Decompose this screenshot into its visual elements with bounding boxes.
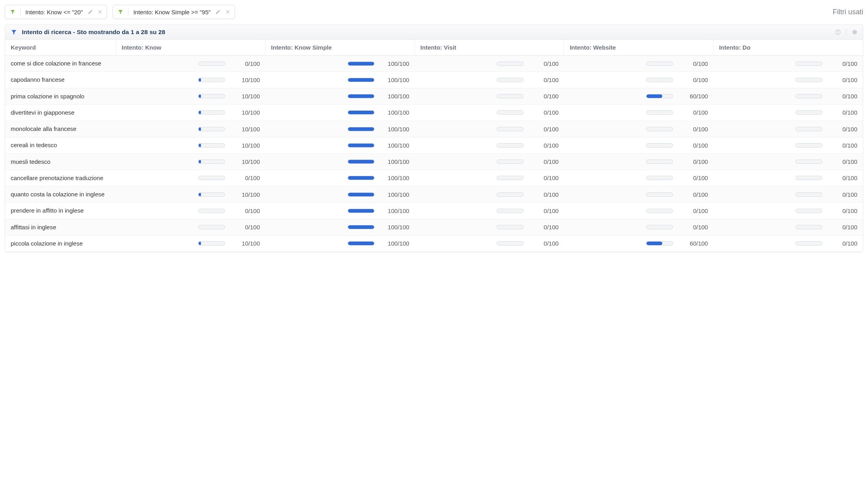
col-do[interactable]: Intento: Do bbox=[713, 40, 863, 55]
metric-cell: 0/100 bbox=[415, 105, 564, 121]
progress-bar bbox=[348, 209, 375, 213]
keyword-cell[interactable]: quanto costa la colazione in inglese bbox=[5, 186, 116, 202]
progress-bar bbox=[348, 61, 375, 66]
progress-bar bbox=[795, 192, 822, 197]
filter-chip[interactable]: Intento: Know Simple >= "95" × bbox=[113, 5, 235, 19]
metric-value: 0/100 bbox=[828, 207, 857, 214]
keyword-cell[interactable]: cereali in tedesco bbox=[5, 137, 116, 153]
metric-value: 100/100 bbox=[380, 175, 409, 181]
col-website[interactable]: Intento: Website bbox=[564, 40, 713, 55]
progress-bar bbox=[497, 127, 524, 131]
metric-value: 100/100 bbox=[380, 126, 409, 132]
metric-cell: 0/100 bbox=[564, 219, 713, 235]
keyword-cell[interactable]: divertitevi in giapponese bbox=[5, 105, 116, 121]
metric-cell: 100/100 bbox=[266, 219, 415, 235]
metric-cell: 0/100 bbox=[415, 236, 564, 252]
metric-cell: 0/100 bbox=[415, 219, 564, 235]
metric-cell: 10/100 bbox=[116, 236, 266, 252]
metric-value: 0/100 bbox=[828, 109, 857, 116]
metric-cell: 0/100 bbox=[713, 72, 863, 88]
metric-value: 0/100 bbox=[679, 77, 708, 83]
keyword-cell[interactable]: capodanno francese bbox=[5, 72, 116, 88]
progress-bar bbox=[646, 176, 673, 180]
metric-cell: 100/100 bbox=[266, 56, 415, 71]
metric-value: 0/100 bbox=[828, 175, 857, 181]
metric-value: 0/100 bbox=[828, 77, 857, 83]
progress-bar bbox=[198, 61, 225, 66]
metric-value: 0/100 bbox=[679, 207, 708, 214]
panel-header: Intento di ricerca - Sto mostrando da 1 … bbox=[5, 25, 863, 40]
metric-cell: 10/100 bbox=[116, 72, 266, 88]
progress-bar bbox=[348, 159, 375, 164]
metric-value: 100/100 bbox=[380, 60, 409, 67]
metric-value: 0/100 bbox=[828, 93, 857, 100]
metric-value: 0/100 bbox=[529, 191, 558, 198]
metric-value: 0/100 bbox=[529, 77, 558, 83]
metric-cell: 0/100 bbox=[564, 121, 713, 137]
keyword-cell[interactable]: piccola colazione in inglese bbox=[5, 236, 116, 252]
progress-bar bbox=[198, 127, 225, 131]
metric-cell: 100/100 bbox=[266, 121, 415, 137]
metric-value: 0/100 bbox=[679, 191, 708, 198]
help-icon[interactable] bbox=[835, 29, 841, 35]
progress-bar bbox=[646, 192, 673, 197]
metric-value: 0/100 bbox=[828, 158, 857, 165]
metric-cell: 0/100 bbox=[564, 203, 713, 219]
keyword-cell[interactable]: muesli tedesco bbox=[5, 154, 116, 170]
metric-cell: 0/100 bbox=[713, 236, 863, 252]
metric-cell: 0/100 bbox=[116, 219, 266, 235]
metric-value: 0/100 bbox=[679, 224, 708, 230]
col-know[interactable]: Intento: Know bbox=[116, 40, 266, 55]
gear-icon[interactable] bbox=[851, 29, 857, 35]
progress-bar bbox=[646, 209, 673, 213]
metric-value: 0/100 bbox=[828, 126, 857, 132]
funnel-icon[interactable] bbox=[11, 29, 17, 35]
metric-cell: 0/100 bbox=[415, 137, 564, 153]
table-row: affittasi in inglese0/100100/1000/1000/1… bbox=[5, 219, 863, 236]
metric-value: 0/100 bbox=[679, 158, 708, 165]
metric-value: 0/100 bbox=[828, 191, 857, 198]
metric-cell: 0/100 bbox=[713, 219, 863, 235]
metric-value: 10/100 bbox=[231, 158, 260, 165]
progress-bar bbox=[795, 78, 822, 82]
keyword-cell[interactable]: monolocale alla francese bbox=[5, 121, 116, 137]
col-visit[interactable]: Intento: Visit bbox=[415, 40, 564, 55]
filters-used-label: Filtri usati bbox=[833, 8, 863, 16]
table-row: divertitevi in giapponese10/100100/1000/… bbox=[5, 105, 863, 121]
table-row: cancellare prenotazione traduzione0/1001… bbox=[5, 170, 863, 186]
keyword-cell[interactable]: affittasi in inglese bbox=[5, 219, 116, 235]
close-icon[interactable]: × bbox=[98, 8, 102, 15]
metric-value: 0/100 bbox=[679, 126, 708, 132]
progress-bar bbox=[348, 110, 375, 115]
col-keyword[interactable]: Keyword bbox=[5, 40, 116, 55]
pencil-icon[interactable] bbox=[88, 9, 93, 15]
metric-cell: 10/100 bbox=[116, 137, 266, 153]
metric-value: 10/100 bbox=[231, 93, 260, 100]
close-icon[interactable]: × bbox=[226, 8, 230, 15]
metric-cell: 0/100 bbox=[713, 56, 863, 71]
metric-cell: 100/100 bbox=[266, 203, 415, 219]
table-row: piccola colazione in inglese10/100100/10… bbox=[5, 236, 863, 252]
pencil-icon[interactable] bbox=[215, 9, 221, 15]
metric-cell: 0/100 bbox=[116, 56, 266, 71]
metric-value: 0/100 bbox=[231, 207, 260, 214]
metric-cell: 0/100 bbox=[564, 72, 713, 88]
keyword-cell[interactable]: prima colazione in spagnolo bbox=[5, 88, 116, 104]
progress-bar bbox=[646, 94, 673, 98]
col-know-simple[interactable]: Intento: Know Simple bbox=[266, 40, 415, 55]
keyword-cell[interactable]: prendere in affitto in inglese bbox=[5, 203, 116, 219]
progress-bar bbox=[795, 143, 822, 148]
progress-bar bbox=[348, 225, 375, 229]
keyword-cell[interactable]: cancellare prenotazione traduzione bbox=[5, 170, 116, 186]
filter-chip[interactable]: Intento: Know <= "20" × bbox=[5, 5, 107, 19]
progress-bar bbox=[348, 192, 375, 197]
metric-value: 0/100 bbox=[828, 60, 857, 67]
table-row: muesli tedesco10/100100/1000/1000/1000/1… bbox=[5, 154, 863, 170]
keyword-cell[interactable]: come si dice colazione in francese bbox=[5, 56, 116, 71]
metric-cell: 10/100 bbox=[116, 154, 266, 170]
metric-value: 0/100 bbox=[529, 240, 558, 247]
metric-cell: 100/100 bbox=[266, 170, 415, 186]
progress-bar bbox=[198, 110, 225, 115]
progress-bar bbox=[497, 176, 524, 180]
progress-bar bbox=[646, 143, 673, 148]
